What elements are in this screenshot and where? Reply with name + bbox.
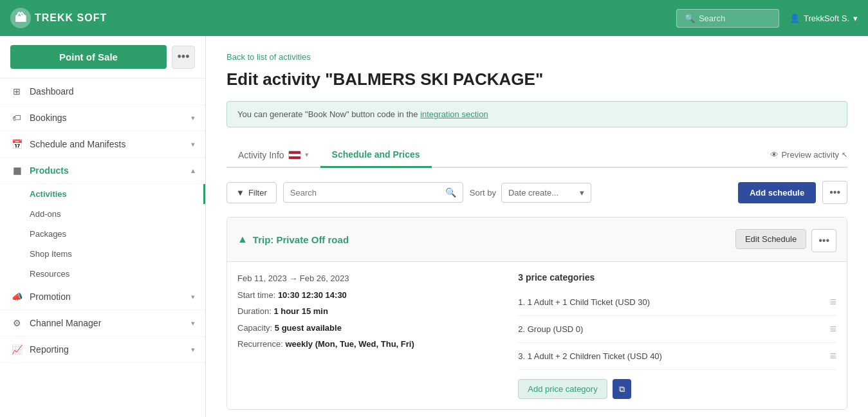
search-box[interactable]: 🔍 Search — [676, 9, 779, 28]
integration-link[interactable]: integration section — [420, 109, 488, 119]
sidebar-item-activities[interactable]: Activities — [0, 184, 205, 204]
edit-schedule-button[interactable]: Edit Schedule — [735, 229, 806, 249]
chevron-icon: ▾ — [191, 319, 195, 328]
schedule-more-button[interactable]: ••• — [811, 229, 836, 252]
price-text: 1 Adult + 2 Children Ticket (USD 40) — [528, 351, 662, 361]
price-num: 3. — [518, 351, 527, 361]
sidebar-item-schedule[interactable]: 📅 Schedule and Manifests ▾ — [0, 131, 205, 158]
schedule-title: Trip: Private Off road — [253, 234, 349, 245]
sidebar-item-dashboard[interactable]: ⊞ Dashboard — [0, 79, 205, 105]
sidebar-header: Point of Sale ••• — [0, 36, 205, 79]
duration: Duration: 1 hour 15 min — [237, 305, 503, 318]
capacity-value: 5 guest available — [275, 323, 342, 333]
sidebar-item-label: Dashboard — [30, 86, 74, 97]
search-label: Search — [699, 14, 725, 23]
start-time-label: Start time: — [237, 290, 275, 300]
more-options-button[interactable]: ••• — [172, 46, 195, 69]
tab-schedule-prices[interactable]: Schedule and Prices — [320, 143, 432, 168]
products-icon: ▦ — [10, 165, 23, 176]
sidebar-item-products[interactable]: ▦ Products ▴ — [0, 158, 205, 184]
chevron-down-icon: ▾ — [853, 14, 858, 23]
collapse-icon[interactable]: ▲ — [237, 234, 248, 245]
sidebar-item-label: Schedule and Manifests — [30, 139, 125, 149]
price-label: 1. 1 Adult + 1 Child Ticket (USD 30) — [518, 297, 824, 307]
preview-label: Preview activity — [781, 150, 839, 160]
chevron-icon: ▾ — [191, 114, 195, 122]
filter-button[interactable]: ▼ Filter — [226, 182, 277, 203]
search-icon: 🔍 — [445, 187, 456, 198]
sidebar-item-label: Promotion — [30, 292, 71, 302]
back-link[interactable]: Back to list of activities — [226, 52, 311, 62]
user-menu[interactable]: 👤 TrekkSoft S. ▾ — [790, 14, 858, 23]
chevron-icon: ▴ — [191, 167, 195, 175]
dashboard-icon: ⊞ — [10, 86, 23, 97]
price-categories-title: 3 price categories — [518, 272, 836, 283]
drag-icon[interactable]: ≡ — [829, 349, 836, 363]
search-input-wrap[interactable]: 🔍 — [283, 182, 463, 203]
user-icon: 👤 — [790, 14, 800, 23]
copy-button[interactable]: ⧉ — [613, 379, 631, 399]
sidebar-item-addons[interactable]: Add-ons — [0, 204, 205, 224]
sidebar-item-resources[interactable]: Resources — [0, 264, 205, 284]
sidebar-subitem-label: Packages — [30, 229, 66, 239]
sidebar-item-shopitems[interactable]: Shop Items — [0, 244, 205, 264]
drag-icon[interactable]: ≡ — [829, 322, 836, 336]
sort-label: Sort by — [470, 188, 496, 198]
price-label: 2. Group (USD 0) — [518, 324, 824, 334]
top-navigation: 🏔 TREKK SOFT 🔍 Search 👤 TrekkSoft S. ▾ — [0, 0, 868, 36]
price-text: Group (USD 0) — [528, 324, 584, 334]
preview-activity-link[interactable]: 👁 Preview activity ↖ — [770, 150, 847, 160]
capacity: Capacity: 5 guest available — [237, 322, 503, 335]
sidebar-item-reporting[interactable]: 📈 Reporting ▾ — [0, 337, 205, 363]
date-range: Feb 11, 2023 → Feb 26, 2023 — [237, 272, 503, 285]
sidebar-item-promotion[interactable]: 📣 Promotion ▾ — [0, 284, 205, 310]
promotion-icon: 📣 — [10, 292, 23, 302]
cursor-icon: ↖ — [842, 151, 847, 159]
recurrence: Recurrence: weekly (Mon, Tue, Wed, Thu, … — [237, 338, 503, 351]
start-times: 10:30 12:30 14:30 — [278, 290, 347, 300]
search-input[interactable] — [290, 188, 440, 198]
price-actions: Add price category ⧉ — [518, 379, 836, 399]
logo: 🏔 TREKK SOFT — [10, 8, 107, 28]
toolbar: ▼ Filter 🔍 Sort by Date create... ▾ Add … — [226, 181, 847, 204]
sidebar-subitem-label: Add-ons — [30, 209, 60, 219]
chevron-icon: ▾ — [191, 293, 195, 301]
recurrence-value: weekly (Mon, Tue, Wed, Thu, Fri) — [285, 339, 414, 349]
tab-activity-info[interactable]: Activity Info ▾ — [226, 144, 320, 167]
schedule-header: ▲ Trip: Private Off road Edit Schedule •… — [227, 218, 847, 262]
eye-icon: 👁 — [770, 150, 779, 160]
sidebar-item-bookings[interactable]: 🏷 Bookings ▾ — [0, 105, 205, 131]
banner-text-before: You can generate "Book Now" button code … — [237, 109, 420, 119]
sidebar-item-channel[interactable]: ⚙ Channel Manager ▾ — [0, 310, 205, 337]
logo-icon: 🏔 — [10, 8, 31, 28]
chevron-icon: ▾ — [191, 140, 195, 149]
sort-select[interactable]: Date create... ▾ — [501, 183, 591, 203]
search-icon: 🔍 — [685, 14, 695, 23]
main-content: Back to list of activities Edit activity… — [206, 36, 868, 417]
price-label: 3. 1 Adult + 2 Children Ticket (USD 40) — [518, 351, 824, 361]
flag-icon — [288, 151, 301, 160]
price-row: 2. Group (USD 0) ≡ — [518, 316, 836, 343]
more-options-button[interactable]: ••• — [822, 181, 847, 204]
channel-icon: ⚙ — [10, 318, 23, 328]
sidebar-item-label: Bookings — [30, 113, 67, 123]
add-schedule-button[interactable]: Add schedule — [738, 182, 816, 203]
sort-value: Date create... — [508, 188, 559, 198]
add-price-category-button[interactable]: Add price category — [518, 379, 607, 399]
recurrence-label: Recurrence: — [237, 339, 283, 349]
sidebar-subitem-label: Resources — [30, 269, 69, 279]
schedule-body: Feb 11, 2023 → Feb 26, 2023 Start time: … — [227, 262, 847, 409]
price-text: 1 Adult + 1 Child Ticket (USD 30) — [528, 297, 650, 307]
sidebar-item-label: Channel Manager — [30, 318, 101, 328]
schedule-icon: 📅 — [10, 139, 23, 149]
tab-label: Activity Info — [238, 150, 284, 160]
schedule-card: ▲ Trip: Private Off road Edit Schedule •… — [226, 217, 847, 410]
point-of-sale-button[interactable]: Point of Sale — [10, 45, 167, 69]
sidebar: Point of Sale ••• ⊞ Dashboard 🏷 Bookings… — [0, 36, 206, 417]
price-row: 1. 1 Adult + 1 Child Ticket (USD 30) ≡ — [518, 289, 836, 316]
chevron-icon: ▾ — [191, 346, 195, 354]
bookings-icon: 🏷 — [10, 113, 23, 123]
drag-icon[interactable]: ≡ — [829, 295, 836, 309]
sidebar-item-packages[interactable]: Packages — [0, 224, 205, 244]
info-banner: You can generate "Book Now" button code … — [226, 101, 847, 127]
